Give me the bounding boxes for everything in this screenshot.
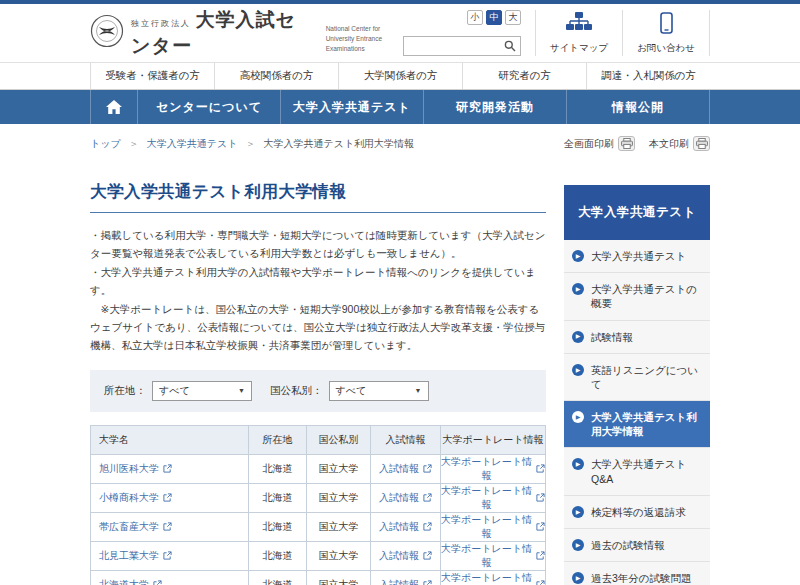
sidebar-item[interactable]: ▶ 検定料等の返還請求 [564, 496, 710, 529]
circle-arrow-icon: ▶ [572, 539, 584, 551]
sitemap-label: サイトマップ [550, 42, 608, 55]
university-link[interactable]: 旭川医科大学 [99, 462, 172, 476]
main-nav-item[interactable]: センターについて [138, 90, 281, 124]
external-link-icon [153, 580, 162, 585]
external-link-icon [163, 493, 172, 502]
portrait-info-link[interactable]: 大学ポートレート情報 [441, 542, 545, 570]
audience-nav-item[interactable]: 調達・入札関係の方 [586, 63, 710, 89]
col-header-portrait: 大学ポートレート情報 [441, 425, 546, 454]
home-icon [106, 100, 122, 114]
font-size-large-button[interactable]: 大 [505, 10, 521, 25]
circle-arrow-icon: ▶ [572, 458, 584, 470]
external-link-icon [423, 580, 432, 585]
page-title: 大学入学共通テスト利用大学情報 [90, 181, 546, 213]
table-row: 北見工業大学 北海道 国立大学 入試情報 [91, 541, 546, 570]
contact-button[interactable]: お問い合わせ [623, 10, 709, 56]
sidebar-item[interactable]: ▶ 英語リスニングについて [564, 354, 710, 401]
location-cell: 北海道 [249, 570, 307, 585]
university-link[interactable]: 北見工業大学 [99, 549, 172, 563]
chevron-down-icon: ▼ [238, 387, 245, 394]
sitemap-button[interactable]: サイトマップ [536, 10, 622, 56]
contact-label: お問い合わせ [637, 42, 695, 55]
exam-info-link[interactable]: 入試情報 [379, 462, 432, 476]
sidebar-item-label: 大学入学共通テスト利用大学情報 [591, 410, 704, 438]
sidebar-item[interactable]: ▶ 過去3年分の試験問題 [564, 562, 710, 585]
location-cell: 北海道 [249, 483, 307, 512]
portrait-info-link[interactable]: 大学ポートレート情報 [441, 455, 545, 483]
sidebar-item-label: 大学入学共通テスト [591, 249, 686, 263]
audience-nav-item[interactable]: 高校関係者の方 [214, 63, 338, 89]
type-filter-select[interactable]: すべて ▼ [329, 381, 429, 401]
main-nav-item[interactable]: 大学入学共通テスト [281, 90, 424, 124]
university-link[interactable]: 帯広畜産大学 [99, 520, 172, 534]
university-link[interactable]: 北海道大学 [99, 578, 162, 585]
exam-info-link[interactable]: 入試情報 [379, 520, 432, 534]
site-logo[interactable]: 独立行政法人 大学入試センター National Center for Univ… [90, 7, 403, 59]
external-link-icon [423, 551, 432, 560]
font-size-medium-button[interactable]: 中 [486, 10, 502, 25]
sidebar-item[interactable]: ▶ 大学入学共通テスト利用大学情報 [564, 401, 710, 448]
sidebar-item-label: 検定料等の返還請求 [591, 505, 686, 519]
table-header-row: 大学名 所在地 国公私別 入試情報 大学ポートレート情報 [91, 425, 546, 454]
col-header-type: 国公私別 [307, 425, 371, 454]
type-cell: 国立大学 [307, 483, 371, 512]
main-nav-item[interactable]: 研究開発活動 [424, 90, 567, 124]
intro-paragraph: ※大学ポートレートは、国公私立の大学・短期大学900校以上が参加する教育情報を公… [90, 300, 546, 355]
table-row: 小樽商科大学 北海道 国立大学 入試情報 [91, 483, 546, 512]
portrait-info-link[interactable]: 大学ポートレート情報 [441, 513, 545, 541]
font-size-small-button[interactable]: 小 [467, 10, 483, 25]
col-header-university: 大学名 [91, 425, 249, 454]
portrait-info-link[interactable]: 大学ポートレート情報 [441, 571, 545, 585]
external-link-icon [163, 551, 172, 560]
external-link-icon [536, 551, 545, 560]
print-fullscreen-button[interactable]: 全画面印刷 [564, 136, 635, 151]
site-search [403, 36, 521, 56]
site-name: 大学入試センター [131, 9, 296, 56]
sidebar-item-label: 過去3年分の試験問題 [591, 571, 692, 585]
search-input[interactable] [404, 37, 500, 55]
audience-nav-item[interactable]: 受験者・保護者の方 [90, 63, 214, 89]
sitemap-icon [566, 12, 592, 34]
sidebar-item[interactable]: ▶ 大学入学共通テストQ&A [564, 448, 710, 495]
table-row: 旭川医科大学 北海道 国立大学 入試情報 [91, 454, 546, 483]
intro-paragraph: ・大学入学共通テスト利用大学の入試情報や大学ポートレート情報へのリンクを提供して… [90, 263, 546, 300]
breadcrumb-link-top[interactable]: トップ [90, 137, 121, 151]
center-logo-seal-icon [90, 14, 124, 52]
sidebar-item-label: 大学入学共通テストの概要 [591, 282, 704, 310]
main-nav-item[interactable]: 情報公開 [567, 90, 710, 124]
breadcrumb-separator: ＞ [245, 137, 255, 151]
external-link-icon [423, 522, 432, 531]
circle-arrow-icon: ▶ [572, 411, 584, 423]
location-filter-select[interactable]: すべて ▼ [152, 381, 252, 401]
type-cell: 国立大学 [307, 570, 371, 585]
exam-info-link[interactable]: 入試情報 [379, 549, 432, 563]
external-link-icon [536, 493, 545, 502]
col-header-location: 所在地 [249, 425, 307, 454]
sidebar-title: 大学入学共通テスト [564, 185, 710, 240]
breadcrumb: トップ ＞ 大学入学共通テスト ＞ 大学入学共通テスト利用大学情報 [90, 137, 414, 151]
sidebar-item[interactable]: ▶ 大学入学共通テスト [564, 240, 710, 273]
site-header: 独立行政法人 大学入試センター National Center for Univ… [0, 4, 800, 62]
audience-nav-item[interactable]: 大学関係者の方 [338, 63, 462, 89]
sidebar-item[interactable]: ▶ 過去の試験情報 [564, 529, 710, 562]
audience-nav-item[interactable]: 研究者の方 [462, 63, 586, 89]
exam-info-link[interactable]: 入試情報 [379, 578, 432, 585]
search-button[interactable] [500, 40, 520, 52]
portrait-info-link[interactable]: 大学ポートレート情報 [441, 484, 545, 512]
printer-icon [693, 136, 710, 151]
sidebar-item[interactable]: ▶ 大学入学共通テストの概要 [564, 273, 710, 320]
exam-info-link[interactable]: 入試情報 [379, 491, 432, 505]
breadcrumb-link-kyotsu-test[interactable]: 大学入学共通テスト [147, 137, 238, 151]
circle-arrow-icon: ▶ [572, 250, 584, 262]
location-filter-label: 所在地： [104, 384, 146, 398]
intro-paragraph: ・掲載している利用大学・専門職大学・短期大学については随時更新しています（大学入… [90, 226, 546, 263]
university-link[interactable]: 小樽商科大学 [99, 491, 172, 505]
print-body-button[interactable]: 本文印刷 [649, 136, 710, 151]
type-cell: 国立大学 [307, 454, 371, 483]
sidebar-item[interactable]: ▶ 試験情報 [564, 321, 710, 354]
nav-home[interactable] [90, 90, 138, 124]
circle-arrow-icon: ▶ [572, 364, 584, 376]
type-filter-label: 国公私別： [270, 384, 323, 398]
location-cell: 北海道 [249, 454, 307, 483]
filter-box: 所在地： すべて ▼ 国公私別： すべて ▼ [90, 370, 546, 412]
